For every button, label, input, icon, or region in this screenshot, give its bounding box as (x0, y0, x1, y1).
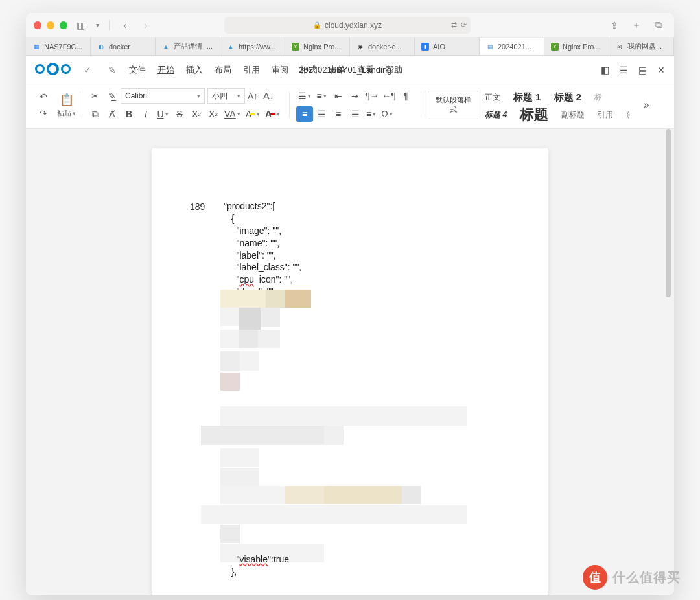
style-heading4[interactable]: 标题 4 (478, 104, 513, 125)
code-block-end: "visable":true }, (224, 553, 289, 578)
clipboard-icon[interactable]: 📋 (60, 93, 74, 107)
style-gallery: 默认段落样式 正文 标题 1 标题 2 标 标题 4 标题 副标题 引用 ⟫ (428, 91, 637, 119)
browser-tab[interactable]: ▲https://ww... (220, 38, 285, 55)
increase-indent-icon[interactable]: ⇥ (347, 88, 364, 104)
vertical-scrollbar[interactable] (666, 129, 671, 595)
maximize-window-icon[interactable] (60, 21, 67, 29)
browser-tab[interactable]: ▮AIO (415, 38, 480, 55)
address-bar[interactable]: 🔒 cloud.ydxian.xyz ⇄ ⟳ (224, 17, 471, 34)
decrease-indent-icon[interactable]: ⇤ (330, 88, 347, 104)
watermark-text: 什么值得买 (612, 569, 681, 586)
browser-window: ▥ ▾ ‹ › 🔒 cloud.ydxian.xyz ⇄ ⟳ ⇪ ＋ ⧉ ▦NA… (26, 13, 674, 595)
code-block: "products2":[ { "image": "", "name": "",… (224, 200, 522, 298)
cut-icon[interactable]: ✂ (87, 88, 104, 104)
font-size-select[interactable]: 小四▾ (207, 88, 245, 104)
back-button[interactable]: ‹ (117, 17, 133, 33)
browser-tab[interactable]: ▦NAS7F9C... (26, 38, 91, 55)
style-subtitle[interactable]: 副标题 (555, 104, 591, 125)
document-page[interactable]: 189 "products2":[ { "image": "", "name":… (152, 148, 548, 595)
superscript-icon[interactable]: X2 (205, 106, 222, 122)
browser-tab[interactable]: ◉docker-c... (350, 38, 415, 55)
menu-references[interactable]: 引用 (243, 64, 260, 76)
lock-icon: 🔒 (313, 21, 321, 29)
browser-tab[interactable]: ◎我的网盘... (609, 38, 674, 55)
line-number: 189 (190, 202, 205, 212)
browser-tab[interactable]: YNginx Pro... (285, 38, 350, 55)
char-style-icon[interactable]: VA▾ (222, 106, 243, 122)
bold-icon[interactable]: B (121, 106, 137, 122)
browser-tab[interactable]: ◐docker (91, 38, 156, 55)
check-icon[interactable]: ✓ (80, 62, 95, 78)
toolbar-overflow-icon[interactable]: » (640, 99, 653, 111)
url-text: cloud.ydxian.xyz (325, 21, 382, 30)
document-title: 20240216BY01_Landing ... (299, 65, 401, 75)
sidebar-right-icon[interactable]: ◧ (601, 65, 609, 75)
browser-tab[interactable]: ▤2024021... (480, 38, 544, 55)
copy-icon[interactable]: ⧉ (87, 106, 104, 122)
panel-icon[interactable]: ▤ (638, 65, 647, 75)
number-list-icon[interactable]: ≡▾ (313, 88, 330, 104)
tabs-overview-icon[interactable]: ⧉ (651, 17, 666, 33)
style-scroll[interactable]: ⟫ (620, 104, 637, 125)
watermark-badge-icon: 值 (583, 565, 607, 590)
browser-tab[interactable]: ▲产品详情 -... (156, 38, 220, 55)
dropdown-icon[interactable]: ▾ (93, 17, 101, 33)
clear-format-icon[interactable]: A̸ (104, 106, 121, 122)
align-center-icon[interactable]: ☰ (313, 106, 330, 122)
bullet-list-icon[interactable]: ☰▾ (296, 88, 313, 104)
redo-icon[interactable]: ↷ (35, 106, 52, 121)
underline-icon[interactable]: U▾ (154, 106, 171, 122)
translate-icon[interactable]: ⇄ (451, 21, 457, 29)
close-window-icon[interactable] (34, 21, 41, 29)
sidebar-toggle-icon[interactable]: ▥ (73, 17, 88, 33)
reload-icon[interactable]: ⟳ (461, 21, 467, 29)
share-icon[interactable]: ⇪ (607, 17, 622, 33)
style-heading1[interactable]: 标题 1 (507, 91, 548, 104)
list-icon[interactable]: ☰ (620, 65, 628, 75)
highlight-color-icon[interactable]: A▾ (243, 106, 262, 122)
font-color-icon[interactable]: A▾ (262, 106, 283, 122)
menu-insert[interactable]: 插入 (186, 64, 203, 76)
paste-button[interactable]: 粘贴▾ (57, 108, 76, 118)
align-right-icon[interactable]: ≡ (330, 106, 347, 122)
strikethrough-icon[interactable]: S (171, 106, 188, 122)
style-more[interactable]: 标 (588, 91, 609, 104)
italic-icon[interactable]: I (137, 106, 154, 122)
browser-tabstrip: ▦NAS7F9C... ◐docker ▲产品详情 -... ▲https://… (26, 38, 674, 56)
ribbon-toolbar: ↶ ↷ 📋 粘贴▾ ✂ ✎̲ Calibri▾ 小四▾ A↑ A↓ ⧉ A̸ B… (26, 84, 674, 129)
style-quote[interactable]: 引用 (591, 104, 620, 125)
window-controls (34, 21, 67, 29)
scrollbar-thumb[interactable] (666, 129, 671, 297)
menu-home[interactable]: 开始 (158, 64, 174, 76)
minimize-window-icon[interactable] (47, 21, 54, 29)
font-family-select[interactable]: Calibri▾ (121, 88, 205, 104)
edit-icon[interactable]: ✎ (104, 62, 120, 78)
new-tab-icon[interactable]: ＋ (629, 17, 644, 33)
increase-font-icon[interactable]: A↑ (245, 88, 261, 104)
style-heading2[interactable]: 标题 2 (548, 91, 589, 104)
style-default[interactable]: 默认段落样式 (428, 91, 478, 119)
nextcloud-logo-icon[interactable] (35, 64, 71, 75)
forward-button[interactable]: › (138, 17, 154, 33)
line-spacing-icon[interactable]: ≡▾ (364, 106, 379, 122)
subscript-icon[interactable]: X2 (188, 106, 205, 122)
document-canvas: 189 "products2":[ { "image": "", "name":… (26, 129, 674, 595)
rtl-icon[interactable]: ←¶ (380, 88, 397, 104)
app-menubar: ✓ ✎ 文件 开始 插入 布局 引用 审阅 格式 表单 查看 帮助 202402… (26, 56, 674, 84)
ltr-icon[interactable]: ¶→ (364, 88, 380, 104)
align-left-icon[interactable]: ≡ (296, 106, 313, 122)
browser-tab[interactable]: YNginx Pro... (544, 38, 609, 55)
pilcrow-icon[interactable]: ¶ (397, 88, 414, 104)
menu-file[interactable]: 文件 (129, 64, 146, 76)
undo-icon[interactable]: ↶ (35, 89, 52, 104)
menu-layout[interactable]: 布局 (215, 64, 231, 76)
align-justify-icon[interactable]: ☰ (347, 106, 364, 122)
decrease-font-icon[interactable]: A↓ (261, 88, 276, 104)
insert-symbol-icon[interactable]: Ω▾ (379, 106, 395, 122)
close-icon[interactable]: ✕ (657, 65, 665, 75)
watermark: 值 什么值得买 (583, 565, 681, 590)
format-painter-icon[interactable]: ✎̲ (104, 88, 121, 104)
style-body[interactable]: 正文 (478, 91, 507, 104)
menu-review[interactable]: 审阅 (272, 64, 288, 76)
style-title[interactable]: 标题 (513, 104, 555, 125)
